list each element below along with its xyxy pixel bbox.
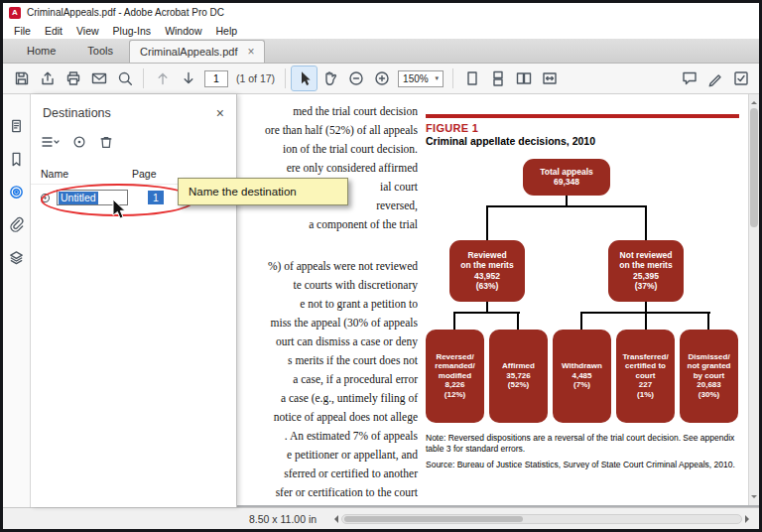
tab-bar: Home Tools CriminalAppeals.pdf × xyxy=(3,39,759,64)
tab-tools[interactable]: Tools xyxy=(71,41,129,63)
navigation-rail xyxy=(3,94,31,507)
page-size-label: 8.50 x 11.00 in xyxy=(249,513,317,525)
vertical-scrollbar[interactable] xyxy=(748,94,759,505)
zoom-in-button[interactable] xyxy=(369,66,394,90)
text-line: ere only considered affirmed xyxy=(237,159,418,178)
scroll-right-arrow-icon[interactable] xyxy=(745,515,753,523)
close-icon[interactable]: × xyxy=(247,46,254,58)
node-percent: (63%) xyxy=(476,281,499,291)
scrollbar-track[interactable] xyxy=(341,514,742,524)
target-icon xyxy=(8,184,25,200)
page-thumbnails-button[interactable] xyxy=(6,116,28,136)
email-button[interactable] xyxy=(86,66,111,90)
new-destination-icon[interactable] xyxy=(71,134,87,150)
text-line: med the trial court decision xyxy=(237,102,418,121)
zoom-level-select[interactable]: 150% ▾ xyxy=(398,70,444,87)
text-line: a case (e.g., untimely filing of xyxy=(237,389,418,408)
search-icon xyxy=(116,69,134,87)
menu-window[interactable]: Window xyxy=(158,25,208,37)
hand-tool-button[interactable] xyxy=(318,66,342,90)
scrolling-view-button[interactable] xyxy=(485,66,510,90)
bookmarks-button[interactable] xyxy=(6,149,28,169)
page-number-input[interactable] xyxy=(204,70,228,87)
speech-bubble-icon xyxy=(681,69,698,87)
node-value: 25,395 xyxy=(633,271,659,281)
connector-line xyxy=(645,205,647,240)
destinations-button[interactable] xyxy=(6,182,28,201)
comment-button[interactable] xyxy=(677,66,701,90)
fill-sign-button[interactable] xyxy=(728,66,753,90)
scroll-left-arrow-icon[interactable] xyxy=(330,515,338,523)
text-line: ion of the trial court decision. xyxy=(237,140,418,159)
previous-page-button[interactable] xyxy=(150,66,175,90)
node-value: 20,683 xyxy=(697,380,720,390)
menu-file[interactable]: File xyxy=(7,25,38,37)
node-value: 35,726 xyxy=(506,371,530,381)
node-label: Affirmed xyxy=(502,361,535,371)
main-toolbar: (1 of 17) 150% ▾ xyxy=(3,64,759,94)
menu-bar: File Edit View Plug-Ins Window Help xyxy=(3,22,759,39)
fit-width-icon xyxy=(541,69,559,87)
column-header-page[interactable]: Page xyxy=(132,168,157,180)
node-percent: (12%) xyxy=(444,390,465,400)
connector-line xyxy=(486,205,647,207)
horizontal-scrollbar[interactable] xyxy=(330,514,753,524)
menu-help[interactable]: Help xyxy=(208,25,244,37)
connector-line xyxy=(453,312,455,330)
highlight-button[interactable] xyxy=(702,66,727,90)
two-page-view-button[interactable] xyxy=(511,66,536,90)
print-button[interactable] xyxy=(61,66,85,90)
node-value: 43,952 xyxy=(474,271,500,281)
share-button[interactable] xyxy=(35,66,60,90)
node-label: Reversed/ remanded/ modified xyxy=(435,352,474,381)
single-page-view-button[interactable] xyxy=(459,66,484,90)
text-line: ourt can dismiss a case or deny xyxy=(237,332,418,351)
attachments-button[interactable] xyxy=(6,214,28,234)
tab-home[interactable]: Home xyxy=(11,41,71,63)
toolbar-separator xyxy=(452,68,453,88)
fit-width-button[interactable] xyxy=(537,66,562,90)
node-percent: (7%) xyxy=(573,380,590,390)
menu-edit[interactable]: Edit xyxy=(38,25,69,37)
menu-view[interactable]: View xyxy=(69,25,106,37)
node-reversed: Reversed/ remanded/ modified 8,226 (12%) xyxy=(426,330,484,423)
check-square-icon xyxy=(732,69,750,87)
cursor-arrow-icon xyxy=(296,69,314,87)
trash-icon[interactable] xyxy=(98,134,114,150)
text-line: e petitioner or appellant, and xyxy=(237,446,418,465)
select-tool-button[interactable] xyxy=(292,66,317,90)
connector-line xyxy=(580,312,710,314)
node-label: Transferred/ certified to court xyxy=(622,352,668,381)
layers-icon xyxy=(8,249,25,266)
text-line: sferred or certified to another xyxy=(237,465,418,483)
column-header-name[interactable]: Name xyxy=(41,168,132,180)
text-line: a case, if a procedural error xyxy=(237,370,418,389)
connector-line xyxy=(517,312,519,330)
scroll-up-arrow-icon[interactable] xyxy=(751,98,757,104)
scroll-down-arrow-icon[interactable] xyxy=(751,495,757,501)
node-percent: (52%) xyxy=(508,380,529,390)
panel-header: Destinations × xyxy=(31,94,236,128)
scrollbar-thumb[interactable] xyxy=(750,108,758,227)
menu-plugins[interactable]: Plug-Ins xyxy=(106,25,159,37)
next-page-button[interactable] xyxy=(176,66,200,90)
print-icon xyxy=(64,69,82,87)
arrow-down-icon xyxy=(180,69,197,87)
paperclip-icon xyxy=(8,216,25,233)
zoom-out-button[interactable] xyxy=(343,66,368,90)
options-list-icon[interactable] xyxy=(41,134,61,150)
bookmark-icon xyxy=(8,151,25,168)
save-button[interactable] xyxy=(9,66,34,90)
search-button[interactable] xyxy=(112,66,137,90)
figure-source: Source: Bureau of Justice Statistics, Su… xyxy=(426,460,739,470)
connector-line xyxy=(486,205,488,240)
panel-title: Destinations xyxy=(43,106,111,120)
node-reviewed: Reviewed on the merits 43,952 (63%) xyxy=(449,240,525,302)
layers-button[interactable] xyxy=(6,247,28,267)
tab-document[interactable]: CriminalAppeals.pdf × xyxy=(129,40,265,63)
close-icon[interactable]: × xyxy=(216,106,224,120)
figure-note: Note: Reversed dispositions are a revers… xyxy=(426,433,739,455)
toolbar-separator xyxy=(285,68,286,88)
scrollbar-thumb[interactable] xyxy=(344,516,523,522)
node-dismissed: Dismissed/ not granted by court 20,683 (… xyxy=(680,330,738,423)
